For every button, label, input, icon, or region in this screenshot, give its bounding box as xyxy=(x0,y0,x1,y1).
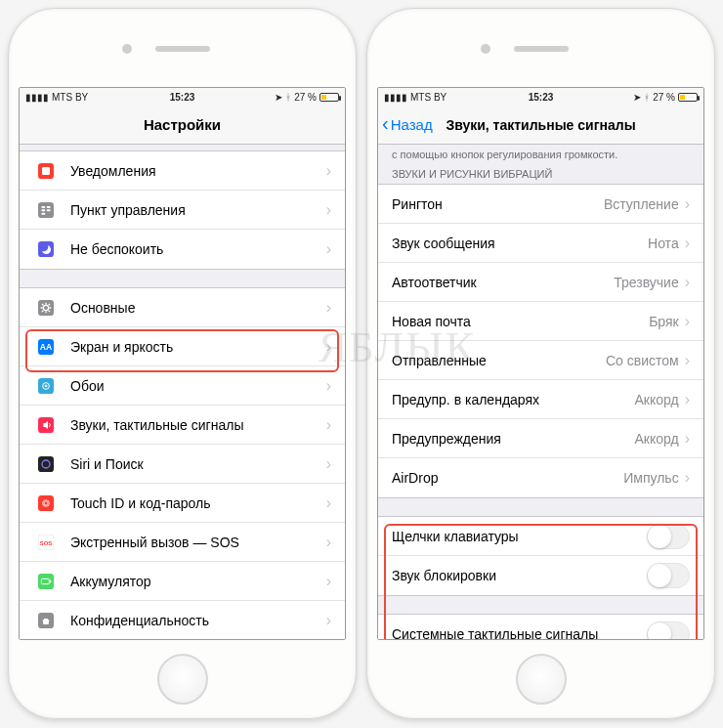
settings-row-sounds[interactable]: Звуки, тактильные сигналы› xyxy=(20,406,345,445)
settings-list[interactable]: Уведомления›Пункт управления›Не беспокои… xyxy=(20,145,345,639)
row-label: Автоответчик xyxy=(392,275,614,290)
battery-icon xyxy=(33,569,59,594)
row-label: Уведомления xyxy=(70,163,326,179)
settings-row-wallpaper[interactable]: Обои› xyxy=(20,366,345,406)
svg-rect-19 xyxy=(38,495,54,511)
settings-row-touchid[interactable]: Touch ID и код-пароль› xyxy=(20,484,345,523)
section-header: ЗВУКИ И РИСУНКИ ВИБРАЦИЙ xyxy=(378,160,703,184)
settings-row-display[interactable]: AAЭкран и яркость› xyxy=(20,327,345,366)
status-bar: ▮▮▮▮ MTS BY 15:23 ➤ ᚼ 27 % xyxy=(20,88,345,106)
front-camera xyxy=(481,44,490,54)
sound-row-mail[interactable]: Новая почтаБряк› xyxy=(378,302,703,341)
sound-row-airdrop[interactable]: AirDropИмпульс› xyxy=(378,458,703,497)
sos-icon: SOS xyxy=(33,530,59,555)
toggle-system-haptics[interactable] xyxy=(647,621,690,639)
touchid-icon xyxy=(33,491,59,516)
chevron-right-icon: › xyxy=(685,235,690,252)
location-icon: ➤ xyxy=(633,92,641,103)
row-value: Нота xyxy=(648,236,679,251)
status-time: 15:23 xyxy=(529,92,554,103)
row-label: Основные xyxy=(70,300,326,316)
svg-rect-26 xyxy=(50,579,51,582)
page-title: Настройки xyxy=(144,116,221,133)
svg-point-15 xyxy=(45,384,48,387)
phone-right: ▮▮▮▮ MTS BY 15:23 ➤ ᚼ 27 % ‹ Назад Звуки… xyxy=(366,8,715,719)
bluetooth-icon: ᚼ xyxy=(285,92,291,103)
row-label: Пункт управления xyxy=(70,202,326,218)
row-label: Touch ID и код-пароль xyxy=(70,495,326,511)
row-label: Звуки, тактильные сигналы xyxy=(70,417,326,433)
bluetooth-icon: ᚼ xyxy=(644,92,650,103)
sound-row-text[interactable]: Звук сообщенияНота› xyxy=(378,224,703,263)
row-label: Рингтон xyxy=(392,196,604,212)
back-button[interactable]: ‹ Назад xyxy=(382,114,433,135)
row-label: Отправленные xyxy=(392,353,606,368)
row-value: Импульс xyxy=(623,470,678,486)
status-time: 15:23 xyxy=(170,92,195,103)
settings-row-sos[interactable]: SOSЭкстренный вызов — SOS› xyxy=(20,523,345,562)
battery-pct: 27 % xyxy=(294,92,317,103)
toggle-row-lock-sound: Звук блокировки xyxy=(378,556,703,595)
settings-row-notifications[interactable]: Уведомления› xyxy=(20,151,345,191)
screen-right: ▮▮▮▮ MTS BY 15:23 ➤ ᚼ 27 % ‹ Назад Звуки… xyxy=(377,87,704,640)
row-label: Обои xyxy=(70,378,326,394)
svg-rect-2 xyxy=(38,202,54,218)
sound-row-voicemail[interactable]: АвтоответчикТрезвучие› xyxy=(378,263,703,302)
cutoff-footer: с помощью кнопок регулирования громкости… xyxy=(378,145,703,160)
sound-row-reminder[interactable]: ПредупрежденияАккорд› xyxy=(378,419,703,458)
toggle-keyboard-clicks[interactable] xyxy=(647,524,690,549)
carrier-label: MTS BY xyxy=(410,92,447,103)
chevron-left-icon: ‹ xyxy=(382,112,389,135)
settings-row-control-center[interactable]: Пункт управления› xyxy=(20,191,345,230)
back-label: Назад xyxy=(391,116,433,133)
wallpaper-icon xyxy=(33,373,59,399)
chevron-right-icon: › xyxy=(326,455,331,473)
chevron-right-icon: › xyxy=(326,534,331,551)
row-value: Трезвучие xyxy=(614,275,678,290)
svg-text:SOS: SOS xyxy=(40,539,53,545)
svg-rect-9 xyxy=(38,300,54,316)
row-label: Аккумулятор xyxy=(70,574,326,589)
notifications-icon xyxy=(33,158,59,184)
chevron-right-icon: › xyxy=(326,573,331,590)
svg-rect-7 xyxy=(41,212,45,214)
svg-rect-24 xyxy=(38,574,54,589)
nav-bar: Настройки xyxy=(20,106,345,145)
front-camera xyxy=(122,44,132,54)
speaker-grille xyxy=(155,46,210,52)
chevron-right-icon: › xyxy=(685,430,690,448)
home-button[interactable] xyxy=(157,654,208,705)
dnd-icon xyxy=(33,236,59,262)
toggle-row-system-haptics: Системные тактильные сигналы xyxy=(378,615,703,639)
row-label: Экстренный вызов — SOS xyxy=(70,535,326,550)
toggle-lock-sound[interactable] xyxy=(647,563,690,588)
chevron-right-icon: › xyxy=(326,377,331,395)
sounds-icon xyxy=(33,412,59,438)
battery-icon xyxy=(319,93,339,102)
chevron-right-icon: › xyxy=(326,240,331,258)
chevron-right-icon: › xyxy=(685,391,690,408)
sounds-list[interactable]: с помощью кнопок регулирования громкости… xyxy=(378,145,703,639)
battery-pct: 27 % xyxy=(653,92,675,103)
settings-row-privacy[interactable]: Конфиденциальность› xyxy=(20,601,345,639)
general-icon xyxy=(33,295,59,321)
settings-row-siri[interactable]: Siri и Поиск› xyxy=(20,445,345,484)
settings-row-general[interactable]: Основные› xyxy=(20,288,345,327)
sound-row-ringtone[interactable]: РингтонВступление› xyxy=(378,185,703,224)
row-label: Экран и яркость xyxy=(70,339,326,355)
chevron-right-icon: › xyxy=(685,274,690,291)
svg-rect-4 xyxy=(47,206,51,208)
row-label: AirDrop xyxy=(392,470,623,486)
row-label: Системные тактильные сигналы xyxy=(392,626,647,639)
settings-row-battery[interactable]: Аккумулятор› xyxy=(20,562,345,601)
svg-rect-1 xyxy=(42,167,50,175)
sound-row-sent[interactable]: ОтправленныеСо свистом› xyxy=(378,341,703,380)
display-icon: AA xyxy=(33,334,59,360)
svg-rect-5 xyxy=(41,209,45,211)
settings-row-dnd[interactable]: Не беспокоить› xyxy=(20,230,345,269)
chevron-right-icon: › xyxy=(326,494,331,512)
chevron-right-icon: › xyxy=(685,469,690,487)
row-label: Предупреждения xyxy=(392,431,635,447)
home-button[interactable] xyxy=(516,654,567,705)
sound-row-calendar[interactable]: Предупр. в календаряхАккорд› xyxy=(378,380,703,419)
